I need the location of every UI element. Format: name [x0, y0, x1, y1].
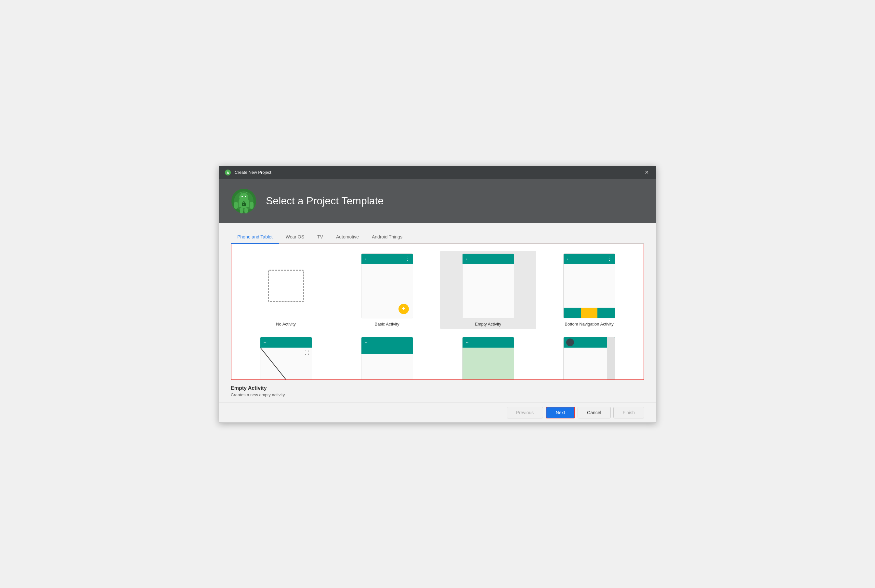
- create-project-dialog: A Create New Project ✕: [219, 166, 656, 423]
- diagonal-line-svg: [260, 348, 312, 380]
- template-no-activity[interactable]: No Activity: [238, 251, 334, 329]
- template-fragment-nav[interactable]: ← Fragment + ViewModel: [339, 334, 435, 380]
- template-maps[interactable]: ← Google Maps Activity: [440, 334, 536, 380]
- tab-tv[interactable]: TV: [311, 231, 329, 244]
- tabs-container: Phone and Tablet Wear OS TV Automotive A…: [231, 231, 644, 244]
- selected-template-title: Empty Activity: [231, 385, 644, 391]
- svg-text:A: A: [227, 171, 229, 174]
- admob-sidebar: [607, 337, 615, 380]
- bottom-nav-header: ← ⋮: [564, 254, 615, 264]
- back-arrow-icon: ←: [364, 256, 368, 261]
- svg-point-16: [244, 204, 244, 205]
- no-activity-preview: [260, 254, 312, 318]
- next-button[interactable]: Next: [546, 407, 575, 418]
- android-logo-icon: [231, 188, 257, 214]
- dialog-title: Create New Project: [235, 170, 271, 175]
- maps-preview: ←: [462, 337, 514, 380]
- android-title-icon: A: [224, 169, 232, 176]
- fullscreen-teal-bar: ←: [260, 337, 312, 348]
- svg-point-8: [245, 196, 246, 197]
- fullscreen-preview: ← ⛶: [260, 337, 312, 380]
- template-grid: No Activity ← ⋮ + Basic Activity: [231, 244, 644, 380]
- back-arrow-icon-bn: ←: [566, 256, 571, 261]
- bottom-nav-label: Bottom Navigation Activity: [565, 322, 613, 327]
- description-section: Empty Activity Creates a new empty activ…: [219, 380, 656, 402]
- svg-rect-12: [250, 202, 254, 209]
- admob-preview: ⋮: [563, 337, 615, 380]
- fullscreen-body: ⛶: [260, 348, 312, 380]
- svg-point-6: [239, 193, 248, 201]
- basic-header: ← ⋮: [361, 254, 413, 264]
- basic-body: +: [361, 264, 413, 318]
- previous-button[interactable]: Previous: [507, 407, 543, 418]
- fullscreen-icon: ⛶: [305, 350, 309, 356]
- fragment-bar1: [361, 348, 413, 354]
- fragment-body: [361, 348, 413, 380]
- close-button[interactable]: ✕: [643, 169, 651, 176]
- header-title: Select a Project Template: [266, 195, 383, 207]
- dashed-box-icon: [268, 270, 304, 302]
- cancel-button[interactable]: Cancel: [577, 407, 611, 418]
- back-arrow-icon-empty: ←: [465, 256, 470, 261]
- tab-wear-os[interactable]: Wear OS: [279, 231, 311, 244]
- svg-rect-11: [234, 202, 238, 209]
- selected-template-description: Creates a new empty activity: [231, 392, 644, 397]
- admob-circle: [566, 339, 574, 346]
- title-bar-left: A Create New Project: [224, 169, 271, 176]
- template-admob[interactable]: ⋮ Google AdMob Ads Activity: [541, 334, 637, 380]
- maps-header: ←: [463, 337, 514, 348]
- svg-rect-14: [244, 208, 248, 213]
- empty-activity-label: Empty Activity: [475, 322, 501, 327]
- bottom-nav-body: [564, 264, 615, 308]
- fragment-teal-bar: ←: [361, 337, 413, 348]
- svg-rect-13: [240, 208, 243, 213]
- footer: Previous Next Cancel Finish: [219, 402, 656, 422]
- bottom-nav-preview: ← ⋮: [563, 254, 615, 318]
- template-bottom-nav[interactable]: ← ⋮ Bottom Navigation Activity: [541, 251, 637, 329]
- basic-activity-label: Basic Activity: [375, 322, 400, 327]
- svg-line-17: [260, 348, 312, 380]
- empty-activity-preview: ←: [462, 254, 514, 318]
- template-basic-activity[interactable]: ← ⋮ + Basic Activity: [339, 251, 435, 329]
- tab-phone-tablet[interactable]: Phone and Tablet: [231, 231, 279, 244]
- svg-point-7: [242, 196, 243, 197]
- template-empty-activity[interactable]: ← Empty Activity: [440, 251, 536, 329]
- nav-seg-1: [564, 308, 581, 318]
- back-arrow-maps: ←: [465, 340, 469, 345]
- bottom-nav-bar: [564, 308, 615, 318]
- no-activity-label: No Activity: [276, 322, 296, 327]
- nav-seg-3: [597, 308, 615, 318]
- maps-body: [463, 348, 514, 380]
- main-content: Phone and Tablet Wear OS TV Automotive A…: [219, 223, 656, 380]
- template-grid-wrapper: No Activity ← ⋮ + Basic Activity: [231, 244, 644, 380]
- fragment-preview: ←: [361, 337, 413, 380]
- empty-body: [463, 264, 514, 318]
- tab-automotive[interactable]: Automotive: [329, 231, 365, 244]
- title-bar: A Create New Project ✕: [219, 166, 656, 179]
- header-banner: Select a Project Template: [219, 179, 656, 223]
- template-fullscreen[interactable]: ← ⛶ Fullscreen Activity: [238, 334, 334, 380]
- finish-button[interactable]: Finish: [613, 407, 644, 418]
- back-arrow-fragment: ←: [364, 340, 368, 345]
- tab-android-things[interactable]: Android Things: [365, 231, 409, 244]
- empty-header: ←: [463, 254, 514, 264]
- nav-seg-2: [581, 308, 597, 318]
- menu-dots-icon-bn: ⋮: [607, 256, 612, 262]
- back-arrow-fullscreen: ←: [263, 340, 267, 345]
- fab-icon: +: [398, 304, 409, 314]
- basic-activity-preview: ← ⋮ +: [361, 254, 413, 318]
- menu-dots-icon: ⋮: [405, 256, 410, 262]
